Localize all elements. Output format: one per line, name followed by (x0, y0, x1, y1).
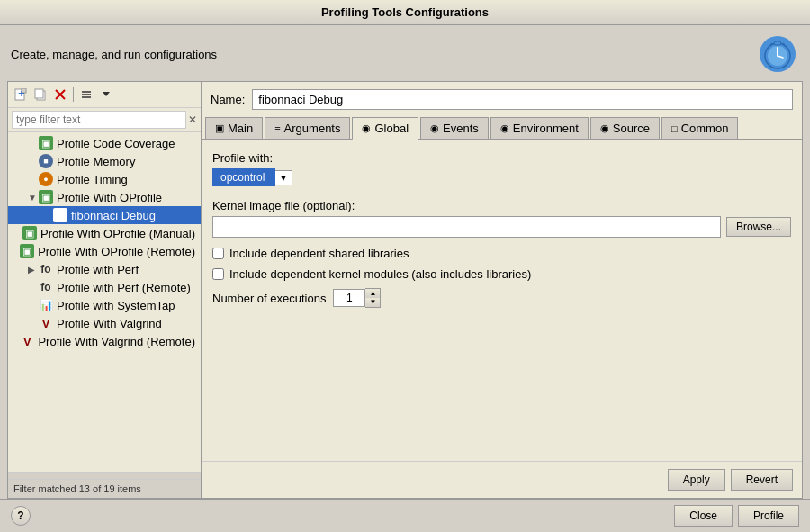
tree-item-profile-with-valgrind-remote[interactable]: V Profile With Valgrind (Remote) (8, 332, 201, 350)
profile-with-label: Profile with: (212, 151, 284, 165)
include-kernel-modules-label: Include dependent kernel modules (also i… (230, 267, 531, 281)
profile-with-dropdown[interactable]: opcontrol (212, 168, 275, 186)
tab-environment[interactable]: ◉ Environment (490, 117, 589, 139)
tree-label: Profile with Perf (57, 263, 139, 276)
tab-content-global: Profile with: opcontrol ▼ Kernel image f… (202, 140, 802, 461)
duplicate-config-button[interactable] (32, 86, 50, 104)
close-button[interactable]: Close (674, 505, 733, 527)
tree-label: fibonnaci Debug (71, 209, 156, 222)
profile-oprofile-icon: ▣ (39, 190, 53, 204)
tree-item-profile-with-oprofile-manual[interactable]: ▣ Profile With OProfile (Manual) (8, 224, 201, 242)
footer-buttons: Close Profile (674, 505, 799, 527)
profile-with-control-row: opcontrol ▼ (212, 168, 791, 186)
collapse-button[interactable] (77, 86, 95, 104)
tabs-bar: ▣ Main ≡ Arguments ◉ Global ◉ Events ◉ (202, 117, 802, 140)
environment-tab-icon: ◉ (500, 122, 509, 134)
include-kernel-modules-row: Include dependent kernel modules (also i… (212, 267, 791, 281)
tab-arguments[interactable]: ≡ Arguments (265, 117, 350, 139)
browse-button[interactable]: Browse... (726, 217, 791, 237)
svg-marker-18 (103, 92, 110, 96)
expand-icon: ▶ (28, 265, 39, 275)
new-config-button[interactable]: + (12, 86, 30, 104)
kernel-image-label: Kernel image file (optional): (212, 199, 791, 212)
svg-rect-12 (35, 89, 43, 98)
kernel-input-row: Browse... (212, 216, 791, 238)
apply-button[interactable]: Apply (668, 469, 725, 491)
tree-item-profile-memory[interactable]: ■ Profile Memory (8, 152, 201, 170)
tab-main-label: Main (228, 122, 253, 135)
tree-item-profile-with-perf-remote[interactable]: fo Profile with Perf (Remote) (8, 278, 201, 296)
header-area: Create, manage, and run configurations (0, 25, 810, 81)
tree-label: Profile With Valgrind (57, 317, 162, 330)
num-executions-row: Number of executions 1 ▲ ▼ (212, 288, 791, 308)
tab-global[interactable]: ◉ Global (352, 117, 418, 140)
common-tab-icon: □ (671, 123, 678, 134)
tree-item-fibonnaci-debug[interactable]: ▣ fibonnaci Debug (8, 206, 201, 224)
expand-icon: ▼ (28, 193, 39, 203)
filter-input[interactable] (12, 111, 186, 129)
help-button[interactable]: ? (11, 506, 31, 526)
oprofile-manual-icon: ▣ (22, 226, 37, 240)
tab-events-label: Events (443, 122, 479, 135)
profile-with-dropdown-group: opcontrol ▼ (212, 168, 292, 186)
profiling-icon (760, 36, 796, 72)
name-label: Name: (211, 93, 245, 106)
svg-rect-4 (774, 41, 781, 45)
tab-source-label: Source (613, 122, 650, 135)
tree-label: Profile With OProfile (57, 191, 162, 204)
tab-common[interactable]: □ Common (662, 117, 738, 139)
tab-main[interactable]: ▣ Main (205, 117, 263, 139)
events-tab-icon: ◉ (430, 122, 439, 134)
tree-label: Profile with Perf (Remote) (57, 281, 191, 294)
tree-item-profile-with-valgrind[interactable]: V Profile With Valgrind (8, 314, 201, 332)
tree-item-profile-with-systemtap[interactable]: 📊 Profile with SystemTap (8, 296, 201, 314)
include-kernel-modules-checkbox[interactable] (212, 268, 224, 280)
horizontal-scrollbar[interactable] (8, 472, 201, 479)
profile-with-dropdown-arrow[interactable]: ▼ (275, 170, 292, 185)
delete-config-button[interactable] (51, 86, 69, 104)
include-shared-libs-checkbox[interactable] (212, 248, 224, 259)
tree-item-profile-timing[interactable]: ● Profile Timing (8, 170, 201, 188)
tree-item-profile-code-coverage[interactable]: ▣ Profile Code Coverage (8, 134, 201, 152)
header-icon-area (756, 32, 799, 76)
perf-remote-icon: fo (39, 280, 53, 294)
window-title: Profiling Tools Configurations (321, 5, 489, 19)
profiling-tools-dialog: Profiling Tools Configurations Create, m… (0, 0, 810, 532)
tree-label: Profile Memory (57, 155, 135, 168)
toolbar-separator (73, 87, 74, 102)
profile-memory-icon: ■ (39, 154, 53, 168)
include-shared-libs-row: Include dependent shared libraries (212, 247, 791, 260)
tab-events[interactable]: ◉ Events (420, 117, 489, 139)
perf-icon: fo (39, 262, 53, 276)
valgrind-remote-icon: V (20, 334, 34, 348)
tree-label: Profile With OProfile (Remote) (38, 245, 195, 258)
oprofile-remote-icon: ▣ (20, 244, 34, 258)
main-tab-icon: ▣ (215, 122, 224, 134)
source-tab-icon: ◉ (600, 122, 609, 134)
systemtap-icon: 📊 (39, 298, 53, 312)
tree-label: Profile With Valgrind (Remote) (38, 335, 195, 348)
header-subtitle: Create, manage, and run configurations (11, 48, 217, 61)
num-executions-input[interactable]: 1 (333, 289, 365, 307)
tree-label: Profile with SystemTap (57, 299, 176, 312)
kernel-image-input[interactable] (212, 216, 721, 238)
spinner-up-button[interactable]: ▲ (365, 289, 380, 298)
name-row: Name: (202, 82, 802, 117)
tree-item-profile-with-oprofile-remote[interactable]: ▣ Profile With OProfile (Remote) (8, 242, 201, 260)
expand-dropdown-button[interactable] (97, 86, 115, 104)
filter-clear-button[interactable]: ✕ (188, 113, 197, 126)
tree-label: Profile Code Coverage (57, 137, 176, 150)
spinner-down-button[interactable]: ▼ (365, 298, 380, 307)
profile-button[interactable]: Profile (738, 505, 799, 527)
svg-text:+: + (18, 88, 25, 100)
left-toolbar: + (8, 82, 201, 108)
profile-timing-icon: ● (39, 172, 53, 186)
tree-item-profile-with-perf[interactable]: ▶ fo Profile with Perf (8, 260, 201, 278)
tab-global-label: Global (374, 122, 409, 135)
name-input[interactable] (252, 89, 793, 110)
revert-button[interactable]: Revert (731, 469, 793, 491)
tab-source[interactable]: ◉ Source (590, 117, 660, 139)
global-tab-icon: ◉ (362, 122, 371, 134)
tree-item-profile-with-oprofile[interactable]: ▼ ▣ Profile With OProfile (8, 188, 201, 206)
right-panel: Name: ▣ Main ≡ Arguments ◉ Global (202, 82, 802, 498)
